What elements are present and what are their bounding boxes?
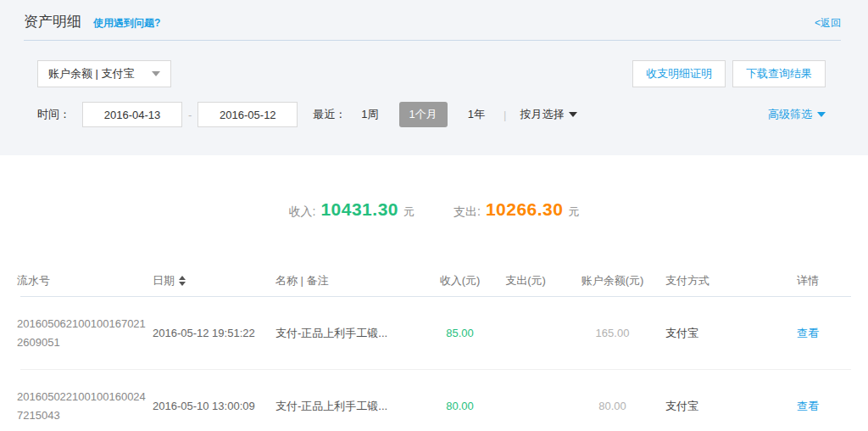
- account-filter-row: 账户余额 | 支付宝 收支明细证明 下载查询结果: [0, 41, 868, 87]
- sort-icon[interactable]: [179, 276, 186, 286]
- time-label: 时间：: [37, 107, 70, 122]
- col-header-date-label: 日期: [153, 273, 175, 288]
- page-header: 资产明细 使用遇到问题? <返回: [24, 0, 841, 41]
- col-header-balance: 账户余额(元): [559, 273, 665, 288]
- col-header-name: 名称 | 备注: [275, 273, 428, 288]
- recent-label: 最近：: [313, 107, 346, 122]
- col-header-date[interactable]: 日期: [153, 273, 275, 288]
- payment-method: 支付宝: [665, 326, 797, 341]
- payment-method: 支付宝: [665, 399, 797, 414]
- chevron-down-icon: [569, 112, 577, 117]
- advanced-filter-label: 高级筛选: [768, 107, 812, 122]
- expense-total-value: 10266.30: [486, 199, 564, 220]
- account-balance: 165.00: [559, 327, 665, 339]
- col-header-method: 支付方式: [665, 273, 797, 288]
- help-link[interactable]: 使用遇到问题?: [93, 16, 160, 31]
- filter-panel: 资产明细 使用遇到问题? <返回 账户余额 | 支付宝 收支明细证明 下载查询结…: [0, 0, 868, 155]
- download-results-button[interactable]: 下载查询结果: [732, 60, 826, 87]
- income-amount: 80.00: [428, 400, 492, 412]
- date-range-separator: -: [188, 109, 192, 121]
- income-total-value: 10431.30: [320, 199, 398, 220]
- income-label: 收入:: [289, 204, 316, 220]
- back-link[interactable]: <返回: [815, 16, 841, 31]
- income-expense-summary: 收入: 10431.30 元 支出: 10266.30 元: [0, 155, 868, 220]
- range-option-1year[interactable]: 1年: [468, 107, 485, 122]
- expense-label: 支出:: [453, 204, 481, 220]
- range-option-1month[interactable]: 1个月: [399, 102, 448, 127]
- view-detail-link[interactable]: 查看: [797, 326, 868, 341]
- chevron-down-icon: [152, 71, 160, 76]
- advanced-filter-toggle[interactable]: 高级筛选: [768, 107, 826, 122]
- transaction-name: 支付-正品上利手工锻...: [275, 399, 428, 414]
- transaction-name: 支付-正品上利手工锻...: [275, 326, 428, 341]
- income-summary: 收入: 10431.30 元: [289, 199, 415, 220]
- transaction-date: 2016-05-10 13:00:09: [153, 400, 275, 412]
- account-balance: 80.00: [559, 400, 665, 412]
- chevron-down-icon: [817, 112, 826, 117]
- col-header-income: 收入(元): [428, 273, 492, 288]
- transactions-table: 流水号 日期 名称 | 备注 收入(元) 支出(元) 账户余额(元) 支付方式 …: [0, 265, 868, 431]
- serial-number: 2016050221001001600247215043: [17, 388, 148, 424]
- statement-proof-button[interactable]: 收支明细证明: [632, 60, 726, 87]
- table-row: 2016050621001001670212609051 2016-05-12 …: [0, 297, 868, 369]
- income-unit: 元: [403, 204, 415, 220]
- by-month-label: 按月选择: [520, 107, 564, 122]
- expense-unit: 元: [568, 204, 579, 220]
- col-header-expense: 支出(元): [492, 273, 559, 288]
- expense-summary: 支出: 10266.30 元: [453, 199, 579, 220]
- view-detail-link[interactable]: 查看: [797, 399, 868, 414]
- vertical-separator: |: [504, 109, 506, 121]
- table-header-row: 流水号 日期 名称 | 备注 收入(元) 支出(元) 账户余额(元) 支付方式 …: [0, 265, 868, 296]
- range-option-1week[interactable]: 1周: [361, 107, 378, 122]
- account-select-value: 账户余额 | 支付宝: [48, 66, 135, 81]
- income-amount: 85.00: [428, 327, 492, 339]
- by-month-selector[interactable]: 按月选择: [520, 107, 577, 122]
- page-title: 资产明细: [24, 12, 81, 31]
- account-select[interactable]: 账户余额 | 支付宝: [37, 60, 171, 87]
- col-header-serial: 流水号: [17, 273, 153, 288]
- date-from-input[interactable]: [82, 102, 182, 127]
- col-header-detail: 详情: [797, 273, 868, 288]
- time-filter-row: 时间： - 最近： 1周 1个月 1年 | 按月选择 高级筛选: [0, 87, 868, 127]
- date-to-input[interactable]: [198, 102, 298, 127]
- serial-number: 2016050621001001670212609051: [17, 315, 148, 351]
- transaction-date: 2016-05-12 19:51:22: [153, 327, 275, 339]
- table-row: 2016050221001001600247215043 2016-05-10 …: [0, 370, 868, 431]
